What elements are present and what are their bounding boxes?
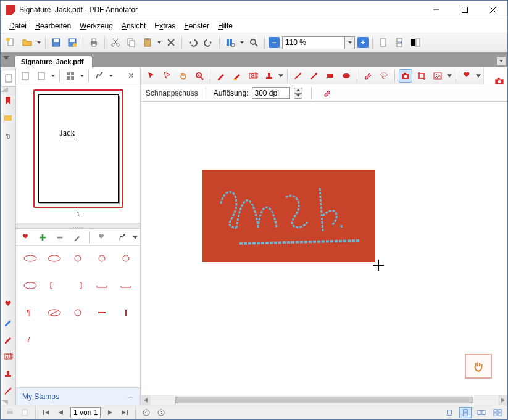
favorites-dropdown[interactable] bbox=[476, 71, 481, 81]
continuous-page-button[interactable] bbox=[393, 36, 406, 49]
rectangle-tool[interactable] bbox=[323, 69, 337, 83]
image-tool[interactable] bbox=[431, 69, 444, 83]
pen-tool[interactable] bbox=[214, 69, 228, 83]
zoom-in-button[interactable]: + bbox=[357, 37, 369, 48]
stamps-settings-button[interactable] bbox=[115, 231, 129, 244]
menu-fenster[interactable]: Fenster bbox=[180, 20, 213, 31]
tool-pen[interactable] bbox=[1, 313, 15, 331]
menu-datei[interactable]: Datei bbox=[6, 20, 30, 31]
snapshot-selection[interactable] bbox=[202, 170, 375, 262]
status-print-button[interactable] bbox=[4, 407, 15, 418]
line-tool[interactable] bbox=[291, 69, 305, 83]
first-page-button[interactable] bbox=[41, 407, 52, 418]
tool-stamp[interactable] bbox=[1, 365, 15, 382]
highlighter-tool[interactable] bbox=[230, 69, 244, 83]
save-button[interactable] bbox=[49, 36, 63, 49]
view-twopage-cont-button[interactable] bbox=[491, 407, 504, 418]
crop-tool[interactable] bbox=[415, 69, 428, 83]
minimize-button[interactable] bbox=[422, 1, 451, 19]
search-text-button[interactable] bbox=[247, 36, 260, 49]
stamp-tool-dropdown[interactable] bbox=[278, 71, 283, 81]
tool-arrow[interactable] bbox=[1, 382, 15, 400]
find-button[interactable] bbox=[223, 36, 237, 49]
eraser-tool[interactable] bbox=[361, 69, 375, 83]
new-document-button[interactable] bbox=[4, 36, 18, 49]
stamp-item[interactable] bbox=[93, 253, 110, 264]
maximize-button[interactable] bbox=[451, 1, 479, 19]
page-thumbnail[interactable]: ✔ Jack bbox=[33, 89, 123, 208]
tab-overflow-button[interactable] bbox=[496, 56, 506, 66]
stamp-item[interactable]: -/ bbox=[22, 334, 39, 345]
menu-hilfe[interactable]: Hilfe bbox=[214, 20, 236, 31]
stamp-item[interactable] bbox=[69, 253, 86, 264]
next-page-button[interactable] bbox=[104, 407, 115, 418]
two-page-button[interactable] bbox=[409, 36, 422, 49]
page-indicator[interactable]: 1 von 1 bbox=[70, 407, 101, 418]
textbox-tool[interactable]: ab bbox=[246, 69, 260, 83]
stamp-item[interactable] bbox=[93, 307, 110, 318]
menu-bearbeiten[interactable]: Bearbeiten bbox=[31, 20, 75, 31]
stamps-grid[interactable]: ¶ -/ bbox=[16, 246, 140, 387]
stamps-remove-button[interactable] bbox=[53, 231, 67, 244]
arrow-tool[interactable] bbox=[307, 69, 321, 83]
undo-button[interactable] bbox=[186, 36, 199, 49]
settings-button[interactable] bbox=[93, 69, 106, 83]
panel-splitter[interactable]: ..... bbox=[16, 223, 140, 229]
paste-button[interactable] bbox=[141, 36, 154, 49]
menu-extras[interactable]: Extras bbox=[151, 20, 179, 31]
find-dropdown[interactable] bbox=[239, 41, 244, 44]
stamp-item[interactable] bbox=[117, 253, 135, 264]
tool-text[interactable]: ab bbox=[1, 348, 15, 365]
stamp-item[interactable] bbox=[117, 280, 135, 291]
last-page-button[interactable] bbox=[119, 407, 130, 418]
pan-tool[interactable] bbox=[177, 69, 190, 83]
resolution-spinner[interactable] bbox=[294, 88, 302, 99]
snapshot-tool[interactable] bbox=[399, 69, 412, 83]
stamp-tool[interactable] bbox=[262, 69, 276, 83]
stamp-item[interactable]: ¶ bbox=[22, 307, 39, 318]
zoom-tool[interactable] bbox=[193, 69, 206, 83]
stamps-add-button[interactable] bbox=[36, 231, 49, 244]
stamp-item[interactable] bbox=[69, 280, 86, 291]
sidebar-tab-bookmarks[interactable] bbox=[1, 92, 15, 109]
stamp-item[interactable] bbox=[46, 307, 63, 318]
zoom-select[interactable]: 110 % bbox=[282, 36, 355, 49]
stamps-favorite2-button[interactable] bbox=[94, 231, 108, 244]
resolution-input[interactable] bbox=[252, 87, 290, 99]
spinner-down[interactable] bbox=[294, 93, 302, 99]
stamp-item[interactable] bbox=[69, 307, 86, 318]
tool-favorite[interactable] bbox=[1, 296, 15, 313]
stamp-item[interactable] bbox=[46, 280, 63, 291]
page-menu-dropdown[interactable] bbox=[51, 75, 56, 77]
settings-dropdown[interactable] bbox=[109, 75, 114, 77]
sidebar-tab-files[interactable] bbox=[1, 109, 15, 126]
copy-button[interactable] bbox=[125, 36, 138, 49]
close-button[interactable] bbox=[479, 1, 507, 19]
pointer-tool[interactable] bbox=[144, 69, 158, 83]
sidebar-tab-pages[interactable] bbox=[1, 70, 15, 87]
delete-button[interactable] bbox=[164, 36, 178, 49]
scroll-right-button[interactable] bbox=[498, 395, 507, 405]
redo-button[interactable] bbox=[202, 36, 215, 49]
open-button[interactable] bbox=[20, 36, 34, 49]
lasso-tool[interactable] bbox=[377, 69, 391, 83]
zoom-value[interactable]: 110 % bbox=[283, 38, 344, 47]
thumbnail-view-button[interactable] bbox=[64, 69, 77, 83]
thumbnail-view-dropdown[interactable] bbox=[80, 75, 85, 77]
paste-dropdown[interactable] bbox=[157, 41, 162, 44]
document-tab[interactable]: Signature_Jack.pdf bbox=[14, 56, 93, 67]
menu-ansicht[interactable]: Ansicht bbox=[118, 20, 149, 31]
scroll-thumb[interactable] bbox=[175, 397, 473, 403]
stamp-item[interactable] bbox=[46, 253, 63, 264]
ellipse-tool[interactable] bbox=[339, 69, 353, 83]
stamps-settings-dropdown[interactable] bbox=[133, 233, 138, 242]
page-menu-button[interactable] bbox=[35, 69, 48, 83]
scroll-left-button[interactable] bbox=[141, 395, 151, 405]
cut-button[interactable] bbox=[109, 36, 122, 49]
tool-marker[interactable] bbox=[1, 331, 15, 348]
select-tool[interactable] bbox=[160, 69, 174, 83]
image-tool-dropdown[interactable] bbox=[447, 71, 452, 81]
stamps-edit-button[interactable] bbox=[70, 231, 84, 244]
print-button[interactable] bbox=[87, 36, 101, 49]
nav-back-button[interactable] bbox=[141, 407, 152, 418]
